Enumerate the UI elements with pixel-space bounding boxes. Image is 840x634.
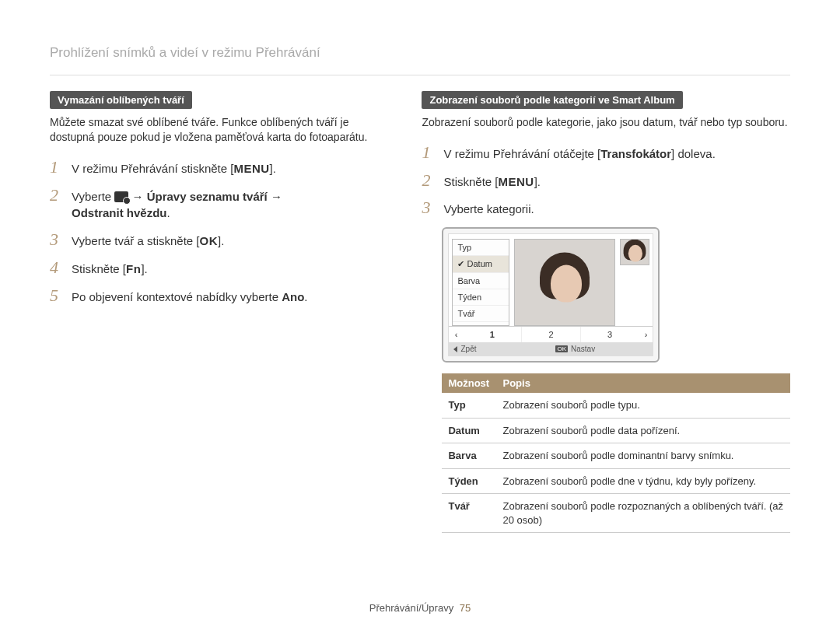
page-1: 1 <box>463 327 521 342</box>
step-number: 4 <box>50 259 72 276</box>
th-option: Možnost <box>442 373 496 393</box>
category-menu: Typ ✔ Datum Barva Týden Tvář <box>452 239 509 326</box>
step-text: V režimu Přehrávání otáčejte [Transfokát… <box>443 144 715 163</box>
table-row: TýdenZobrazení souborů podle dne v týdnu… <box>442 468 790 494</box>
fn-button-label: Fn <box>126 262 141 275</box>
step-text: Po objevení kontextové nabídky vyberte A… <box>72 287 308 306</box>
step-text: Vyberte kategorii. <box>443 199 534 218</box>
settings-icon <box>114 191 128 202</box>
ok-icon: OK <box>555 345 568 352</box>
page-3: 3 <box>580 327 639 342</box>
photo-thumb <box>620 239 649 265</box>
section-label-right: Zobrazení souborů podle kategorií ve Sma… <box>422 91 682 109</box>
step-text: Vyberte tvář a stiskněte [OK]. <box>72 231 224 250</box>
chevron-right-icon: › <box>639 327 653 342</box>
table-row: BarvaZobrazení souborů podle dominantní … <box>442 443 790 469</box>
menu-item-tvar: Tvář <box>453 306 509 322</box>
menu-button-label: MENU <box>499 175 534 188</box>
ok-button-label: OK <box>200 234 219 247</box>
step-number: 3 <box>50 231 72 248</box>
menu-item-typ: Typ <box>453 240 509 256</box>
page-footer: Přehrávání/Úpravy 75 <box>0 602 840 614</box>
screen-footer: Zpět OKNastav <box>449 342 653 356</box>
th-desc: Popis <box>496 373 790 393</box>
menu-button-label: MENU <box>233 162 269 175</box>
step-number: 2 <box>422 172 443 189</box>
menu-item-tyden: Týden <box>453 289 509 306</box>
options-table: Možnost Popis TypZobrazení souborů podle… <box>442 373 790 533</box>
table-row: TvářZobrazení souborů podle rozpoznaných… <box>442 494 790 533</box>
right-intro: Zobrazení souborů podle kategorie, jako … <box>422 115 790 130</box>
step-text: Vyberte → Úpravy seznamu tváří → Odstran… <box>72 187 282 222</box>
left-column: Vymazání oblíbených tváří Můžete smazat … <box>50 91 384 533</box>
step-number: 3 <box>422 199 443 216</box>
left-intro: Můžete smazat své oblíbené tváře. Funkce… <box>50 115 384 145</box>
right-column: Zobrazení souborů podle kategorií ve Sma… <box>422 91 790 533</box>
step-number: 1 <box>50 159 72 176</box>
page-2: 2 <box>521 327 580 342</box>
back-icon <box>453 346 457 352</box>
table-row: DatumZobrazení souborů podle data poříze… <box>442 418 790 443</box>
step-text: Stiskněte [Fn]. <box>72 259 148 278</box>
left-steps: 1 V režimu Přehrávání stiskněte [MENU]. … <box>50 159 384 306</box>
menu-item-barva: Barva <box>453 273 509 289</box>
table-row: TypZobrazení souborů podle typu. <box>442 393 790 418</box>
menu-item-datum: ✔ Datum <box>453 256 509 273</box>
step-number: 5 <box>50 287 72 304</box>
step-text: V režimu Přehrávání stiskněte [MENU]. <box>72 159 276 177</box>
right-steps: 1 V režimu Přehrávání otáčejte [Transfok… <box>422 144 790 218</box>
photo-preview-main <box>514 239 615 326</box>
step-number: 2 <box>50 187 72 204</box>
step-number: 1 <box>422 144 443 161</box>
pagination-bar: ‹ 1 2 3 › <box>449 326 653 342</box>
camera-screen-illustration: Typ ✔ Datum Barva Týden Tvář <box>442 227 660 363</box>
step-text: Stiskněte [MENU]. <box>443 172 541 191</box>
section-label-left: Vymazání oblíbených tváří <box>50 91 192 109</box>
chevron-left-icon: ‹ <box>449 327 463 342</box>
divider <box>50 75 790 75</box>
page-title: Prohlížení snímků a videí v režimu Přehr… <box>50 45 790 61</box>
